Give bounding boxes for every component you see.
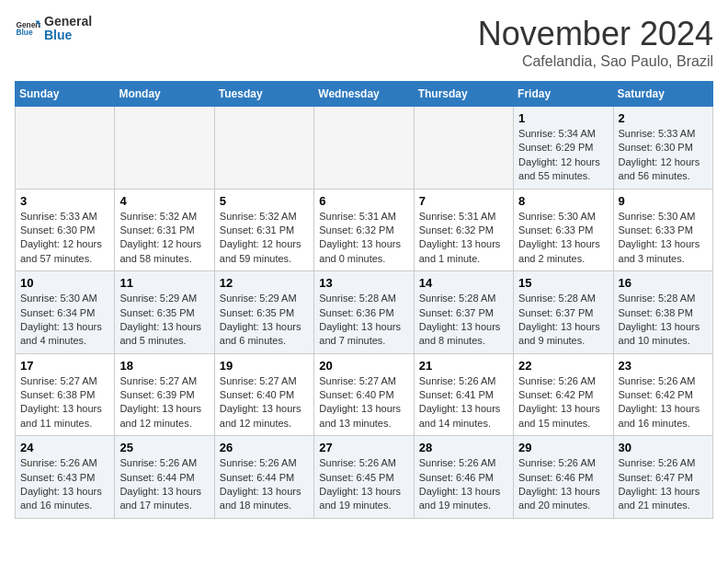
day-info: Sunrise: 5:27 AM Sunset: 6:40 PM Dayligh… bbox=[319, 374, 408, 431]
day-number: 12 bbox=[220, 276, 309, 290]
day-number: 27 bbox=[319, 441, 408, 454]
page-header: General Blue General Blue November 2024 … bbox=[15, 15, 713, 70]
day-info: Sunrise: 5:28 AM Sunset: 6:38 PM Dayligh… bbox=[619, 292, 708, 349]
day-number: 2 bbox=[619, 111, 708, 125]
calendar-cell bbox=[414, 107, 513, 190]
day-info: Sunrise: 5:26 AM Sunset: 6:46 PM Dayligh… bbox=[419, 456, 508, 513]
day-info: Sunrise: 5:30 AM Sunset: 6:33 PM Dayligh… bbox=[619, 210, 708, 267]
logo-blue-text: Blue bbox=[44, 29, 92, 42]
day-info: Sunrise: 5:33 AM Sunset: 6:30 PM Dayligh… bbox=[619, 127, 708, 184]
calendar-cell: 22Sunrise: 5:26 AM Sunset: 6:42 PM Dayli… bbox=[514, 353, 613, 436]
day-number: 16 bbox=[619, 276, 708, 290]
day-info: Sunrise: 5:29 AM Sunset: 6:35 PM Dayligh… bbox=[220, 292, 309, 349]
calendar-cell: 29Sunrise: 5:26 AM Sunset: 6:46 PM Dayli… bbox=[514, 436, 613, 519]
day-info: Sunrise: 5:29 AM Sunset: 6:35 PM Dayligh… bbox=[119, 292, 209, 349]
day-number: 14 bbox=[419, 276, 508, 290]
header-day-wednesday: Wednesday bbox=[314, 82, 414, 107]
week-row-2: 3Sunrise: 5:33 AM Sunset: 6:30 PM Daylig… bbox=[16, 189, 713, 271]
day-number: 7 bbox=[419, 194, 508, 208]
day-number: 23 bbox=[619, 359, 708, 373]
day-info: Sunrise: 5:32 AM Sunset: 6:31 PM Dayligh… bbox=[220, 210, 309, 267]
day-number: 6 bbox=[319, 194, 408, 208]
calendar-cell: 24Sunrise: 5:26 AM Sunset: 6:43 PM Dayli… bbox=[16, 436, 115, 519]
day-number: 30 bbox=[619, 441, 708, 454]
calendar-cell: 1Sunrise: 5:34 AM Sunset: 6:29 PM Daylig… bbox=[514, 107, 613, 190]
calendar-cell: 23Sunrise: 5:26 AM Sunset: 6:42 PM Dayli… bbox=[613, 353, 712, 436]
calendar-cell: 13Sunrise: 5:28 AM Sunset: 6:36 PM Dayli… bbox=[314, 271, 414, 354]
calendar-cell: 17Sunrise: 5:27 AM Sunset: 6:38 PM Dayli… bbox=[16, 353, 115, 436]
day-info: Sunrise: 5:28 AM Sunset: 6:36 PM Dayligh… bbox=[319, 292, 408, 349]
calendar-cell: 16Sunrise: 5:28 AM Sunset: 6:38 PM Dayli… bbox=[613, 271, 712, 354]
month-title: November 2024 bbox=[478, 15, 713, 53]
calendar-cell: 30Sunrise: 5:26 AM Sunset: 6:47 PM Dayli… bbox=[613, 436, 712, 519]
calendar-cell: 27Sunrise: 5:26 AM Sunset: 6:45 PM Dayli… bbox=[314, 436, 414, 519]
day-info: Sunrise: 5:34 AM Sunset: 6:29 PM Dayligh… bbox=[518, 127, 608, 184]
day-number: 13 bbox=[319, 276, 408, 290]
day-info: Sunrise: 5:27 AM Sunset: 6:39 PM Dayligh… bbox=[119, 374, 209, 431]
day-number: 20 bbox=[319, 359, 408, 373]
calendar-cell: 25Sunrise: 5:26 AM Sunset: 6:44 PM Dayli… bbox=[115, 436, 214, 519]
calendar-cell: 9Sunrise: 5:30 AM Sunset: 6:33 PM Daylig… bbox=[613, 189, 712, 271]
location: Cafelandia, Sao Paulo, Brazil bbox=[478, 53, 713, 70]
day-info: Sunrise: 5:26 AM Sunset: 6:42 PM Dayligh… bbox=[518, 374, 608, 431]
day-number: 26 bbox=[220, 441, 309, 454]
calendar-cell: 4Sunrise: 5:32 AM Sunset: 6:31 PM Daylig… bbox=[115, 189, 214, 271]
day-number: 3 bbox=[20, 194, 109, 208]
week-row-3: 10Sunrise: 5:30 AM Sunset: 6:34 PM Dayli… bbox=[16, 271, 713, 354]
day-info: Sunrise: 5:26 AM Sunset: 6:44 PM Dayligh… bbox=[119, 456, 209, 513]
day-number: 24 bbox=[20, 441, 109, 454]
calendar-cell: 5Sunrise: 5:32 AM Sunset: 6:31 PM Daylig… bbox=[214, 189, 313, 271]
day-info: Sunrise: 5:26 AM Sunset: 6:41 PM Dayligh… bbox=[419, 374, 508, 431]
day-number: 18 bbox=[119, 359, 209, 373]
calendar-cell: 2Sunrise: 5:33 AM Sunset: 6:30 PM Daylig… bbox=[613, 107, 712, 190]
day-info: Sunrise: 5:26 AM Sunset: 6:44 PM Dayligh… bbox=[220, 456, 309, 513]
day-info: Sunrise: 5:27 AM Sunset: 6:40 PM Dayligh… bbox=[220, 374, 309, 431]
day-number: 1 bbox=[518, 111, 608, 125]
calendar-body: 1Sunrise: 5:34 AM Sunset: 6:29 PM Daylig… bbox=[16, 107, 713, 519]
day-number: 29 bbox=[518, 441, 608, 454]
calendar-table: SundayMondayTuesdayWednesdayThursdayFrid… bbox=[15, 81, 713, 519]
calendar-cell: 20Sunrise: 5:27 AM Sunset: 6:40 PM Dayli… bbox=[314, 353, 414, 436]
day-info: Sunrise: 5:26 AM Sunset: 6:42 PM Dayligh… bbox=[619, 374, 708, 431]
day-info: Sunrise: 5:30 AM Sunset: 6:33 PM Dayligh… bbox=[518, 210, 608, 267]
day-number: 19 bbox=[220, 359, 309, 373]
day-info: Sunrise: 5:28 AM Sunset: 6:37 PM Dayligh… bbox=[518, 292, 608, 349]
header-day-friday: Friday bbox=[514, 82, 613, 107]
header-day-monday: Monday bbox=[115, 82, 214, 107]
calendar-cell: 14Sunrise: 5:28 AM Sunset: 6:37 PM Dayli… bbox=[414, 271, 513, 354]
day-info: Sunrise: 5:28 AM Sunset: 6:37 PM Dayligh… bbox=[419, 292, 508, 349]
calendar-cell bbox=[115, 107, 214, 190]
calendar-cell: 21Sunrise: 5:26 AM Sunset: 6:41 PM Dayli… bbox=[414, 353, 513, 436]
day-number: 22 bbox=[518, 359, 608, 373]
calendar-cell: 11Sunrise: 5:29 AM Sunset: 6:35 PM Dayli… bbox=[115, 271, 214, 354]
calendar-cell: 8Sunrise: 5:30 AM Sunset: 6:33 PM Daylig… bbox=[514, 189, 613, 271]
header-day-saturday: Saturday bbox=[613, 82, 712, 107]
calendar-cell: 6Sunrise: 5:31 AM Sunset: 6:32 PM Daylig… bbox=[314, 189, 414, 271]
calendar-cell: 10Sunrise: 5:30 AM Sunset: 6:34 PM Dayli… bbox=[16, 271, 115, 354]
day-number: 11 bbox=[119, 276, 209, 290]
calendar-header: SundayMondayTuesdayWednesdayThursdayFrid… bbox=[16, 82, 713, 107]
day-info: Sunrise: 5:30 AM Sunset: 6:34 PM Dayligh… bbox=[20, 292, 109, 349]
logo: General Blue General Blue bbox=[15, 15, 92, 43]
day-info: Sunrise: 5:31 AM Sunset: 6:32 PM Dayligh… bbox=[319, 210, 408, 267]
day-number: 8 bbox=[518, 194, 608, 208]
header-day-tuesday: Tuesday bbox=[214, 82, 313, 107]
calendar-cell: 26Sunrise: 5:26 AM Sunset: 6:44 PM Dayli… bbox=[214, 436, 313, 519]
day-number: 15 bbox=[518, 276, 608, 290]
day-number: 28 bbox=[419, 441, 508, 454]
calendar-cell bbox=[16, 107, 115, 190]
calendar-cell: 12Sunrise: 5:29 AM Sunset: 6:35 PM Dayli… bbox=[214, 271, 313, 354]
day-number: 10 bbox=[20, 276, 109, 290]
calendar-cell: 28Sunrise: 5:26 AM Sunset: 6:46 PM Dayli… bbox=[414, 436, 513, 519]
week-row-1: 1Sunrise: 5:34 AM Sunset: 6:29 PM Daylig… bbox=[16, 107, 713, 190]
calendar-cell: 15Sunrise: 5:28 AM Sunset: 6:37 PM Dayli… bbox=[514, 271, 613, 354]
day-number: 17 bbox=[20, 359, 109, 373]
day-number: 5 bbox=[220, 194, 309, 208]
header-day-sunday: Sunday bbox=[16, 82, 115, 107]
day-number: 21 bbox=[419, 359, 508, 373]
calendar-cell: 19Sunrise: 5:27 AM Sunset: 6:40 PM Dayli… bbox=[214, 353, 313, 436]
calendar-cell bbox=[214, 107, 313, 190]
day-number: 4 bbox=[119, 194, 209, 208]
day-info: Sunrise: 5:32 AM Sunset: 6:31 PM Dayligh… bbox=[119, 210, 209, 267]
header-day-thursday: Thursday bbox=[414, 82, 513, 107]
